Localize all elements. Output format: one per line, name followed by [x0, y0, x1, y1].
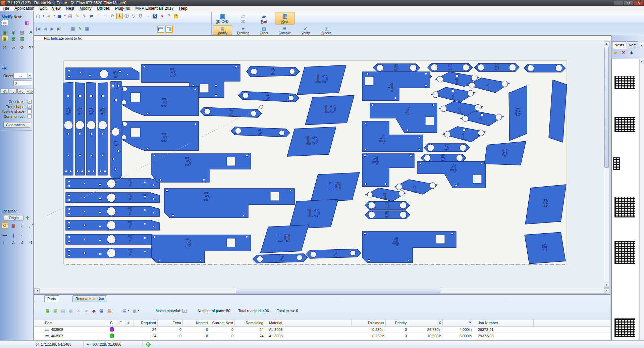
- blocks-button[interactable]: ◎Blocks: [317, 25, 336, 35]
- angle-ref-icon[interactable]: ∢: [28, 239, 34, 245]
- nest-part-5[interactable]: 5: [365, 210, 410, 219]
- nest-part-3[interactable]: 3: [122, 87, 199, 116]
- nest-part-9[interactable]: 9: [98, 83, 107, 175]
- nest-part-6[interactable]: 6: [474, 63, 519, 72]
- nest-part-3[interactable]: 3: [122, 121, 199, 151]
- common-cut-checkbox[interactable]: [28, 114, 32, 118]
- array-fill-icon[interactable]: ▩: [19, 35, 25, 41]
- redline-pencil-icon[interactable]: ✎: [81, 13, 88, 19]
- axis-icon[interactable]: ∟: [1, 239, 8, 245]
- nest-thumbnail-5[interactable]: [614, 241, 635, 264]
- go-first-icon[interactable]: |◀: [35, 26, 41, 32]
- close-button[interactable]: ✕: [634, 1, 643, 5]
- menu-application[interactable]: Application: [12, 6, 37, 11]
- nest-part-10[interactable]: 10: [297, 65, 346, 95]
- table-update-icon[interactable]: ▦: [106, 308, 113, 314]
- pin-part-icon[interactable]: ◉: [10, 29, 17, 35]
- column-header-extra[interactable]: Extra: [159, 319, 183, 327]
- 2d-cad-button[interactable]: ▣2D CAD: [213, 12, 232, 24]
- open-part-icon[interactable]: ▰: [83, 308, 90, 314]
- constrain-checkbox[interactable]: ✓: [28, 100, 32, 104]
- split-icon[interactable]: 5|2: [28, 44, 34, 50]
- align-vertical-icon[interactable]: |: [10, 232, 17, 238]
- nest-part-9[interactable]: 9: [75, 83, 85, 175]
- column-header-priority[interactable]: Priority: [387, 319, 408, 327]
- nest-part-10[interactable]: 10: [311, 172, 360, 202]
- nest-part-9[interactable]: 9: [111, 82, 121, 183]
- scroll-right-icon[interactable]: ►: [604, 288, 609, 293]
- nest-part-7[interactable]: 7: [66, 248, 160, 258]
- remove-part-icon[interactable]: ✕: [75, 308, 82, 314]
- nest-part-10[interactable]: 10: [260, 225, 309, 253]
- align-side-icon[interactable]: ¬: [28, 232, 34, 238]
- nest-part-5[interactable]: 5: [428, 63, 473, 72]
- angle-measure-icon[interactable]: ∡: [19, 239, 25, 245]
- rotate-minus5-button[interactable]: -5: [9, 89, 17, 94]
- nest-thumbnail-list[interactable]: [611, 59, 639, 340]
- drag-part-icon[interactable]: ▣: [1, 29, 8, 35]
- new-icon[interactable]: ▢: [35, 13, 41, 19]
- pin-icon[interactable]: ◆: [91, 308, 97, 314]
- edit-pencil-icon[interactable]: ✎: [74, 13, 80, 19]
- plot-nest-icon[interactable]: ◈: [628, 49, 635, 55]
- nest-part-10[interactable]: 10: [287, 127, 336, 156]
- spacing-icon[interactable]: ↔: [145, 13, 151, 19]
- nest-part-8[interactable]: 8: [525, 185, 566, 224]
- grid-diagonal-icon[interactable]: ⋰: [28, 222, 34, 229]
- column-header-required[interactable]: Required: [134, 319, 158, 327]
- scroll-up-icon[interactable]: ▲: [604, 41, 609, 46]
- nest-part-9[interactable]: 9: [64, 82, 73, 175]
- exit-icon[interactable]: ◧: [23, 19, 30, 26]
- canvas-vertical-scrollbar[interactable]: ▲ ▼: [604, 41, 609, 288]
- tooling-shape-checkbox[interactable]: [28, 109, 32, 113]
- whats-this-cursor-icon[interactable]: ?: [166, 13, 172, 19]
- menu-file[interactable]: File: [0, 6, 12, 11]
- tab-nests[interactable]: Nests: [612, 41, 626, 49]
- scroll-up-icon[interactable]: ▲: [640, 59, 644, 63]
- grid-icon[interactable]: ▦: [10, 222, 17, 229]
- column-header-remaining[interactable]: Remaining: [236, 319, 265, 327]
- column-header-hash[interactable]: #: [126, 319, 133, 327]
- column-header-current[interactable]: Current Nest: [211, 319, 235, 327]
- nest-part-7[interactable]: 7: [66, 178, 160, 189]
- move-part-icon[interactable]: ▣: [1, 35, 8, 41]
- nest-part-2[interactable]: 2: [253, 254, 308, 263]
- nests-scrollbar[interactable]: ▲: [639, 59, 644, 340]
- rotate-plus5-button[interactable]: +5: [17, 89, 25, 94]
- marquee-select-icon[interactable]: ▭: [1, 19, 8, 26]
- report-icon[interactable]: ▤: [19, 29, 25, 35]
- scroll-left-icon[interactable]: ◄: [35, 288, 40, 293]
- split-horizontal-button[interactable]: [157, 26, 164, 33]
- column-header-y[interactable]: Y: [444, 319, 473, 327]
- compile-button[interactable]: ≣Compile: [275, 25, 294, 35]
- delete-nest-icon[interactable]: ✕: [620, 49, 627, 55]
- undo-icon[interactable]: ↶: [95, 13, 102, 19]
- snap-settings-icon[interactable]: ✳: [116, 13, 123, 19]
- text-icon[interactable]: A: [28, 29, 34, 35]
- tab-parts[interactable]: Parts: [44, 295, 59, 302]
- nest-part-10[interactable]: 10: [305, 95, 354, 125]
- nest-part-9[interactable]: 9: [87, 82, 96, 175]
- grid-dots-icon[interactable]: ∷: [19, 222, 25, 229]
- new-dropdown[interactable]: ▾: [42, 13, 45, 19]
- angle-icon[interactable]: ∠: [10, 239, 17, 245]
- table-icon[interactable]: ▦: [84, 26, 90, 32]
- nest-part-5[interactable]: 5: [365, 201, 410, 210]
- sheet-grid-icon[interactable]: ▦: [70, 26, 76, 32]
- canvas-horizontal-scrollbar[interactable]: ◄ ►: [34, 288, 609, 294]
- align-horizontal-icon[interactable]: —: [1, 232, 8, 238]
- step-back-icon[interactable]: ◀: [42, 26, 48, 32]
- k-macro-icon[interactable]: K: [152, 13, 158, 19]
- true-shape-checkbox[interactable]: ✓: [28, 105, 32, 109]
- orient-dropdown[interactable]: → ▼: [13, 73, 32, 79]
- open-icon[interactable]: ▰: [46, 13, 52, 19]
- menu-nest[interactable]: Nest: [63, 6, 77, 11]
- nest-thumbnail-1[interactable]: [614, 76, 635, 89]
- edit-sheet-icon[interactable]: ✎: [77, 26, 83, 32]
- nest-part-2[interactable]: 2: [247, 66, 300, 77]
- nest-thumbnail-4[interactable]: [614, 197, 635, 217]
- deselect-cursor-icon[interactable]: ✕: [159, 13, 165, 19]
- maximize-button[interactable]: ❐: [624, 1, 633, 5]
- part-button[interactable]: ▰Part: [254, 12, 274, 24]
- snap-magnet-icon[interactable]: Ω: [1, 222, 8, 229]
